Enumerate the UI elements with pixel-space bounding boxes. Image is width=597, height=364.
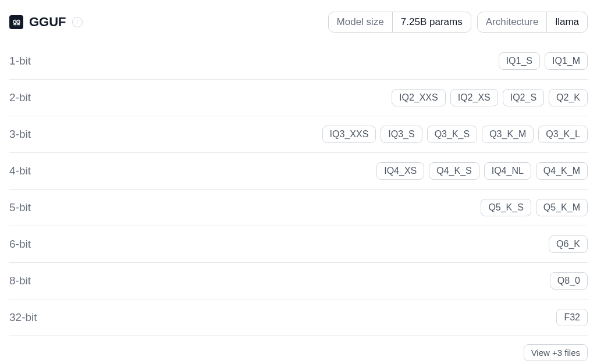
quantization-row: 6-bitQ6_K <box>9 226 588 263</box>
row-label: 4-bit <box>9 165 31 177</box>
quant-chip[interactable]: Q3_K_L <box>538 126 588 143</box>
quant-chip[interactable]: IQ1_M <box>545 52 588 70</box>
meta-label: Architecture <box>478 12 548 32</box>
chip-group: Q6_K <box>549 235 588 253</box>
header-right: Model size 7.25B params Architecture lla… <box>328 12 588 33</box>
quant-chip[interactable]: Q4_K_M <box>536 162 588 180</box>
quant-chip[interactable]: Q5_K_S <box>481 199 531 216</box>
quantization-row: 1-bitIQ1_SIQ1_M <box>9 43 588 80</box>
quant-chip[interactable]: IQ4_XS <box>376 162 424 180</box>
header-left: G̲G̲ GGUF i <box>9 15 83 30</box>
row-label: 5-bit <box>9 201 31 214</box>
quant-chip[interactable]: Q3_K_M <box>482 126 534 143</box>
quantization-row: 8-bitQ8_0 <box>9 263 588 299</box>
chip-group: IQ3_XXSIQ3_SQ3_K_SQ3_K_MQ3_K_L <box>322 126 588 143</box>
page-title: GGUF <box>29 15 66 30</box>
quant-chip[interactable]: F32 <box>556 309 588 326</box>
quant-chip[interactable]: IQ3_XXS <box>322 126 376 143</box>
row-label: 32-bit <box>9 311 37 324</box>
quant-chip[interactable]: IQ3_S <box>381 126 422 143</box>
row-label: 3-bit <box>9 128 31 141</box>
quantization-list: 1-bitIQ1_SIQ1_M2-bitIQ2_XXSIQ2_XSIQ2_SQ2… <box>9 43 588 336</box>
info-icon[interactable]: i <box>72 17 83 27</box>
meta-label: Model size <box>329 12 393 32</box>
quantization-row: 2-bitIQ2_XXSIQ2_XSIQ2_SQ2_K <box>9 80 588 116</box>
quant-chip[interactable]: Q4_K_S <box>429 162 479 180</box>
quant-chip[interactable]: IQ4_NL <box>484 162 531 180</box>
quantization-row: 5-bitQ5_K_SQ5_K_M <box>9 190 588 226</box>
quant-chip[interactable]: IQ2_S <box>503 89 544 106</box>
chip-group: Q8_0 <box>550 272 588 290</box>
chip-group: Q5_K_SQ5_K_M <box>481 199 588 216</box>
quant-chip[interactable]: Q3_K_S <box>427 126 477 143</box>
quantization-row: 32-bitF32 <box>9 299 588 336</box>
quantization-row: 4-bitIQ4_XSQ4_K_SIQ4_NLQ4_K_M <box>9 153 588 190</box>
chip-group: F32 <box>556 309 588 326</box>
row-label: 8-bit <box>9 274 31 287</box>
quant-chip[interactable]: IQ2_XS <box>450 89 498 106</box>
chip-group: IQ2_XXSIQ2_XSIQ2_SQ2_K <box>392 89 588 106</box>
meta-value: llama <box>547 12 587 32</box>
row-label: 6-bit <box>9 238 31 251</box>
quant-chip[interactable]: Q6_K <box>549 235 588 253</box>
chip-group: IQ1_SIQ1_M <box>499 52 588 70</box>
row-label: 2-bit <box>9 91 31 104</box>
row-label: 1-bit <box>9 55 31 67</box>
quantization-row: 3-bitIQ3_XXSIQ3_SQ3_K_SQ3_K_MQ3_K_L <box>9 116 588 153</box>
quant-chip[interactable]: Q5_K_M <box>536 199 588 216</box>
meta-architecture: Architecture llama <box>477 12 588 33</box>
gguf-icon: G̲G̲ <box>9 15 23 29</box>
quant-chip[interactable]: IQ1_S <box>499 52 540 70</box>
view-more-button[interactable]: View +3 files <box>524 344 588 361</box>
meta-value: 7.25B params <box>393 12 471 32</box>
header: G̲G̲ GGUF i Model size 7.25B params Arch… <box>9 12 588 33</box>
quant-chip[interactable]: Q2_K <box>549 89 588 106</box>
footer: View +3 files <box>9 336 588 361</box>
chip-group: IQ4_XSQ4_K_SIQ4_NLQ4_K_M <box>376 162 588 180</box>
meta-model-size: Model size 7.25B params <box>328 12 471 33</box>
quant-chip[interactable]: IQ2_XXS <box>392 89 446 106</box>
quant-chip[interactable]: Q8_0 <box>550 272 588 290</box>
